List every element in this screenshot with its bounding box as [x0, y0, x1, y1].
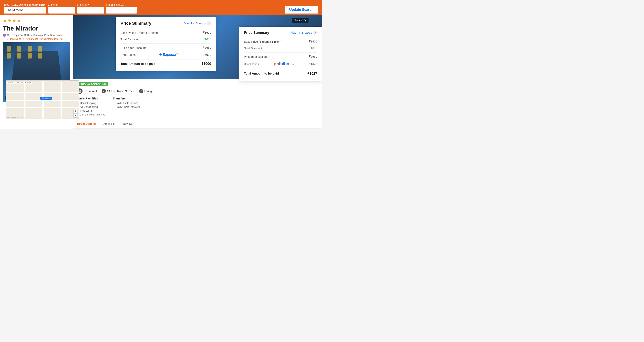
price-panel-1-header: Price Summary View Full Breakup ∨	[120, 21, 211, 26]
map-zoom-out[interactable]: −	[74, 113, 78, 118]
price-panel-expedia: Price Summary View Full Breakup ∨ Base P…	[116, 17, 216, 71]
hotel-panel: ★ ★ ★ ★ The Mirador 131-B, Opposite Soli…	[0, 15, 73, 129]
price-panel-2-title: Price Summary	[244, 31, 269, 35]
guests-label: GUEST & ROOMS	[106, 4, 137, 6]
window-1	[7, 46, 10, 52]
after-discount-label-1: Price after Discount	[120, 46, 146, 49]
transfers-title: Transfers	[113, 97, 140, 100]
price-panel-goibibo: Price Summary View Full Breakup ∨ Base P…	[239, 27, 322, 81]
map-road-v3	[60, 81, 62, 119]
address-text: 131-B, Opposite Solitaire Corporate Park…	[7, 34, 64, 37]
basic-facilities-title: Basic Facilities	[77, 97, 105, 100]
facility-housekeeping: Housekeeping	[77, 102, 105, 104]
room-badge: Room(30)	[292, 18, 308, 23]
base-price-value-1: ₹8500	[203, 31, 211, 34]
base-price-label-2: Base Price (1 room x 1 night)	[244, 40, 281, 43]
map-overlay[interactable]: SHOW ALL NEARBY PLACES The Mirador + − M…	[6, 80, 79, 119]
chevron-down-icon-2: ∨	[313, 31, 317, 35]
facility-room-service: 24-hour Room Service	[77, 113, 105, 116]
window-7	[28, 53, 32, 59]
base-price-label-1: Base Price (1 room x 1 night)	[120, 31, 158, 34]
price-row-discount-2: Total Discount -₹850	[244, 45, 317, 51]
after-discount-value-2: ₹7650	[309, 55, 317, 58]
map-show-nearby[interactable]: SHOW ALL NEARBY PLACES	[7, 82, 32, 84]
price-panel-2-header: Price Summary View Full Breakup ∨	[244, 31, 317, 35]
chevron-down-icon-1: ∨	[207, 21, 211, 26]
checkout-input[interactable]	[77, 7, 104, 14]
map-road-v2	[42, 81, 44, 119]
goibibo-com-text: .com	[289, 63, 294, 66]
right-content: Room(30) › goRating 3.9/5 488 Ratings 27…	[73, 15, 322, 129]
goibibo-ibibo-text: ibibo	[279, 61, 290, 66]
area-field: AREA, LANDMARK OR PROPERTY NAME	[4, 4, 46, 14]
checkin-input[interactable]	[48, 7, 75, 14]
checkin-label: CHECKIN	[48, 4, 75, 6]
guests-input[interactable]	[106, 7, 137, 14]
facility-ac: Air Conditioning	[77, 105, 105, 108]
taxes-value-2: ₹1377	[309, 62, 317, 66]
transfers-list: Paid Shuttle Service Paid Airport Transf…	[113, 102, 140, 108]
price-row-total-1: Total Amount to be paid 11000	[120, 59, 211, 67]
price-row-base-2: Base Price (1 room x 1 night) ₹8500	[244, 38, 317, 45]
window-2	[17, 46, 21, 52]
expedia-logo: ✈ Expedia™	[159, 53, 180, 57]
taxes-label-2: Hotel Taxes	[244, 62, 259, 66]
window-6	[17, 53, 21, 59]
map-zoom-in[interactable]: +	[74, 109, 78, 113]
update-search-button[interactable]: Update Search	[284, 6, 318, 14]
total-value-1: 11000	[202, 62, 211, 66]
taxes-value-1: 14000	[203, 53, 211, 56]
after-discount-value-1: ₹7650	[203, 46, 211, 49]
search-bar: AREA, LANDMARK OR PROPERTY NAME CHECKIN …	[0, 0, 322, 15]
amenity-room-service-label: 24-hour Room Service	[107, 90, 134, 93]
price-row-after-discount-2: Price after Discount ₹7650	[244, 52, 317, 60]
lounge-icon: ✓	[139, 89, 143, 93]
airport-distance: ✈ 3.2 km drive to T1 - Chhatrapati Shiva…	[3, 38, 70, 40]
price-row-base-1: Base Price (1 room x 1 night) ₹8500	[120, 29, 211, 36]
windows-grid	[7, 46, 47, 59]
amenity-icons-row: 🍴 Restaurant ✓ 24-hour Room Service ✓ Lo…	[77, 88, 318, 94]
main-content: ★ ★ ★ ★ The Mirador 131-B, Opposite Soli…	[0, 15, 322, 129]
popular-amenities-badge: POPULAR AMENITIES	[77, 82, 108, 86]
airport-icon: ✈	[3, 38, 5, 40]
map-pin: The Mirador	[40, 97, 52, 100]
discount-label-2: Total Discount	[244, 47, 262, 50]
hotel-name: The Mirador	[3, 25, 70, 32]
view-breakup-1[interactable]: View Full Breakup ∨	[184, 21, 211, 26]
star-2: ★	[8, 18, 12, 23]
checkout-field: CHECKOUT	[77, 4, 104, 14]
nav-room-options[interactable]: Room Options	[73, 120, 100, 128]
window-8	[38, 53, 42, 59]
discount-value-1: -₹850	[204, 38, 211, 41]
hotel-address: 131-B, Opposite Solitaire Corporate Park…	[3, 34, 70, 37]
expedia-text: Expedia™	[163, 53, 180, 57]
window-4	[38, 46, 42, 52]
amenity-room-service: ✓ 24-hour Room Service	[102, 89, 134, 93]
amenity-lounge-label: Lounge	[144, 90, 154, 93]
taxes-label-1: Hotel Taxes	[120, 53, 136, 56]
transfers-col: Transfers Paid Shuttle Service Paid Airp…	[113, 97, 140, 117]
window-5	[7, 53, 10, 59]
location-icon	[2, 33, 7, 38]
total-label-2: Total Amount to be paid	[244, 72, 279, 75]
map-background: SHOW ALL NEARBY PLACES The Mirador + − M…	[6, 81, 79, 119]
nav-reviews[interactable]: Reviews	[119, 120, 137, 128]
amenity-restaurant: 🍴 Restaurant	[77, 88, 97, 94]
map-attribution: Map data ©2024 Google	[7, 116, 24, 118]
price-row-after-discount-1: Price after Discount ₹7650	[120, 44, 211, 51]
checkin-field: CHECKIN	[48, 4, 75, 14]
guests-field: GUEST & ROOMS	[106, 4, 137, 14]
expedia-plane-icon: ✈	[159, 53, 162, 57]
nav-amenities[interactable]: Amenities	[100, 120, 119, 128]
map-controls: + −	[74, 109, 78, 118]
view-breakup-2[interactable]: View Full Breakup ∨	[290, 31, 317, 35]
area-input[interactable]	[4, 7, 46, 14]
star-4: ★	[17, 18, 21, 23]
star-3: ★	[12, 18, 16, 23]
map-road-v1	[24, 81, 26, 119]
view-breakup-1-label: View Full Breakup	[184, 22, 206, 25]
after-discount-label-2: Price after Discount	[244, 55, 269, 58]
amenity-lounge: ✓ Lounge	[139, 89, 154, 93]
airport-text: 3.2 km drive to T1 - Chhatrapati Shivaji…	[6, 38, 64, 40]
price-row-taxes-1: Hotel Taxes ✈ Expedia™ 14000	[120, 51, 211, 58]
